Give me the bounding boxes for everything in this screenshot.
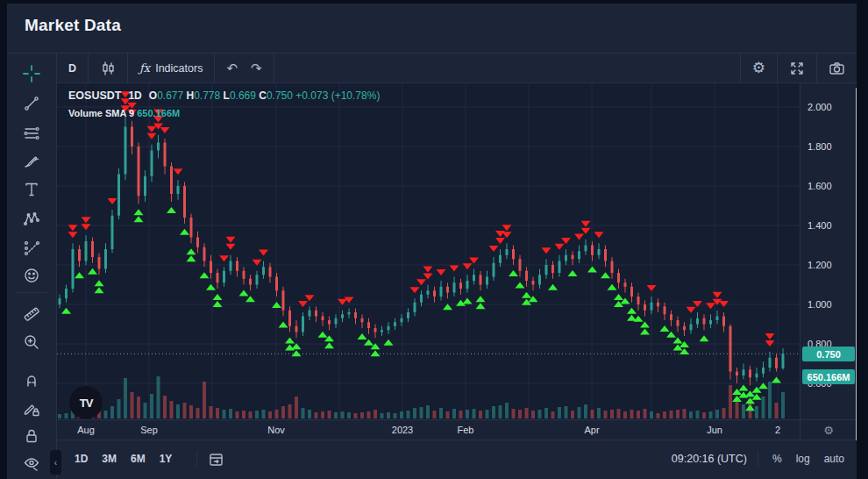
text-icon: [23, 181, 40, 198]
market-data-widget: Market Data D ƒx Indicators ↶ ↷ ⚙: [7, 4, 857, 479]
emoji-tool[interactable]: [7, 262, 56, 289]
time-tick: 2: [775, 425, 780, 435]
percent-scale-toggle[interactable]: %: [772, 453, 782, 465]
lock-all-drawings[interactable]: [7, 423, 56, 449]
bottom-toolbar: 1D 3M 6M 1Y 09:20:16 (UTC) % log auto: [57, 440, 857, 479]
indicators-label: Indicators: [155, 62, 203, 75]
fullscreen-icon: [789, 61, 805, 76]
time-tick: Feb: [458, 425, 474, 435]
sidebar-divider: [16, 292, 47, 293]
time-tick: 2023: [392, 425, 413, 435]
clock-utc[interactable]: 09:20:16 (UTC): [672, 453, 747, 465]
gear-icon: ⚙: [752, 59, 765, 77]
tradingview-logo[interactable]: TV: [69, 386, 103, 419]
toolbar-right-group: ⚙: [740, 54, 857, 82]
bottom-bar-right: 09:20:16 (UTC) % log auto: [672, 451, 844, 467]
time-tick: Nov: [267, 425, 285, 435]
forecast-icon: [23, 239, 40, 256]
measure-tool[interactable]: [7, 301, 56, 327]
tv-logo-text: TV: [80, 397, 93, 410]
fib-retracement-tool[interactable]: [7, 120, 56, 147]
camera-icon: [829, 61, 845, 76]
xabcd-pattern-tool[interactable]: [7, 205, 56, 232]
stay-in-drawing-mode[interactable]: [7, 396, 56, 422]
redo-button[interactable]: ↷: [249, 54, 274, 82]
time-tick: Sep: [140, 425, 158, 435]
fx-icon: ƒx: [139, 61, 150, 75]
fullscreen-button[interactable]: [778, 54, 816, 82]
range-button-3m[interactable]: 3M: [102, 453, 117, 465]
pencil-lock-icon: [23, 400, 40, 418]
zoom-in-icon: [23, 333, 40, 351]
chart-toolbar: D ƒx Indicators ↶ ↷ ⚙: [57, 53, 857, 83]
indicators-button[interactable]: ƒx Indicators: [128, 54, 214, 82]
price-tick: 1.200: [808, 260, 832, 270]
time-tick: Jun: [707, 425, 722, 435]
auto-scale-toggle[interactable]: auto: [824, 453, 844, 465]
price-axis[interactable]: 0.750 650.166M 2.0001.8001.6001.4001.200…: [800, 83, 857, 419]
range-button-1d[interactable]: 1D: [75, 453, 88, 465]
drawing-tools-sidebar: ‹: [7, 53, 57, 479]
lock-icon: [23, 427, 40, 445]
page-title: Market Data: [25, 16, 121, 35]
magnet-mode[interactable]: [7, 367, 56, 393]
log-scale-toggle[interactable]: log: [796, 453, 810, 465]
xabcd-icon: [23, 210, 40, 227]
price-tick: 1.600: [808, 181, 832, 191]
small-gear-icon: ⚙: [823, 424, 834, 437]
go-to-date-button[interactable]: [208, 451, 224, 468]
undo-button[interactable]: ↶: [215, 54, 249, 82]
time-axis-settings[interactable]: ⚙: [800, 420, 857, 440]
last-price-badge: 0.750: [802, 347, 855, 361]
chart-style-button[interactable]: [89, 54, 127, 82]
emoji-icon: [23, 267, 40, 284]
eye-icon: [23, 454, 40, 472]
trend-line-tool[interactable]: [7, 90, 56, 117]
bottom-bar-separator: [758, 451, 758, 467]
volume-badge: 650.166M: [802, 369, 855, 384]
price-tick: 2.000: [808, 102, 832, 112]
sidebar-collapse-handle[interactable]: ‹: [50, 450, 61, 475]
settings-button[interactable]: ⚙: [741, 54, 777, 82]
bottom-bar-separator: [196, 451, 197, 467]
candlestick-icon: [100, 61, 116, 76]
crosshair-icon: [22, 64, 41, 83]
fib-lines-icon: [23, 125, 40, 142]
widget-right-edge: [856, 88, 857, 440]
interval-button[interactable]: D: [57, 54, 88, 82]
forecast-tool[interactable]: [7, 234, 56, 261]
ruler-icon: [23, 305, 40, 323]
chart-region: EOSUSDT1DO0.677 H0.778 L0.669 C0.750 +0.…: [57, 83, 857, 479]
candlestick-chart[interactable]: [57, 83, 800, 419]
hide-drawings[interactable]: [7, 450, 56, 476]
range-button-1y[interactable]: 1Y: [160, 453, 173, 465]
brush-tool[interactable]: [7, 148, 56, 175]
screenshot-button[interactable]: [817, 54, 857, 82]
crosshair-tool[interactable]: [7, 61, 56, 87]
magnet-icon: [23, 371, 40, 389]
price-tick: 1.000: [808, 299, 832, 310]
time-axis[interactable]: ⚙ AugSepNov2023FebAprJun2: [57, 419, 857, 440]
time-tick: Aug: [77, 425, 95, 435]
trend-line-icon: [23, 95, 40, 112]
range-button-6m[interactable]: 6M: [131, 453, 146, 465]
price-tick: 1.400: [808, 220, 832, 231]
zoom-in-tool[interactable]: [7, 329, 56, 355]
text-tool[interactable]: [7, 176, 56, 203]
brush-icon: [23, 153, 40, 170]
toolbar-separator: [274, 54, 274, 82]
go-to-date-icon: [208, 451, 224, 468]
price-tick: 1.800: [808, 141, 832, 152]
time-tick: Apr: [584, 425, 599, 435]
